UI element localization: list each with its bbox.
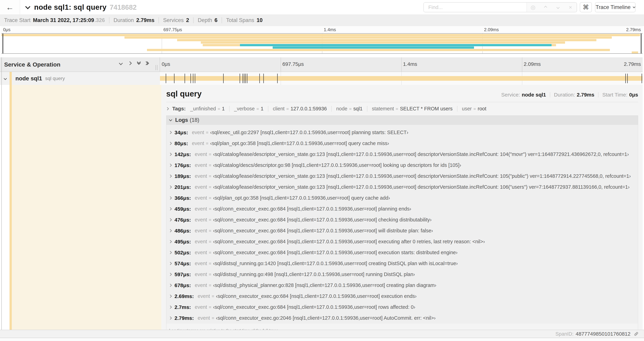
equals-sign: = bbox=[209, 283, 212, 288]
prev-match-button[interactable] bbox=[539, 3, 552, 12]
log-tick-mark bbox=[245, 74, 246, 83]
next-match-button[interactable] bbox=[552, 3, 564, 12]
back-button[interactable]: ← bbox=[0, 0, 20, 15]
column-resize-grip[interactable] bbox=[156, 65, 158, 70]
locate-icon: ◎ bbox=[530, 4, 536, 11]
trace-minimap[interactable] bbox=[2, 33, 642, 54]
log-value: ‹sql/distsql_physical_planner.go:828 [ns… bbox=[213, 282, 436, 288]
span-duration-bar[interactable] bbox=[160, 76, 642, 81]
log-entry-row[interactable]: 495μs: event = ‹sql/conn_executor_exec.g… bbox=[166, 236, 638, 247]
divider bbox=[598, 92, 598, 97]
chevron-right-icon bbox=[168, 218, 172, 221]
trace-id: 7418682 bbox=[110, 4, 136, 11]
tag-value: root bbox=[478, 106, 486, 112]
chevron-right-icon bbox=[168, 131, 172, 134]
chevron-down-icon bbox=[632, 5, 635, 8]
log-entry-row[interactable]: 366μs: event = ‹sql/plan_opt.go:358 [nsq… bbox=[166, 192, 638, 203]
log-value: ‹sql/catalog/lease/descriptor_version_st… bbox=[213, 184, 630, 190]
log-entry-row[interactable]: 574μs: event = ‹sql/distsql_running.go:1… bbox=[166, 258, 638, 269]
log-entry-row[interactable]: 2.7ms: event = ‹sql/conn_executor_exec.g… bbox=[166, 302, 638, 312]
chevron-right-icon bbox=[168, 142, 172, 145]
log-tick-mark bbox=[263, 74, 264, 83]
chevron-up-icon bbox=[544, 6, 547, 9]
log-timestamp: 142μs: bbox=[174, 151, 191, 157]
operation-name: sql query bbox=[45, 76, 65, 81]
collapse-one-icon[interactable] bbox=[119, 61, 123, 65]
tags-accordion[interactable]: Tags: _unfinished = 1 _verbose = 1 clien… bbox=[166, 106, 638, 112]
tag-value: SELECT * FROM users bbox=[400, 106, 452, 112]
log-entry-row[interactable]: 502μs: event = ‹sql/conn_executor_exec.g… bbox=[166, 247, 638, 258]
expand-one-icon[interactable] bbox=[128, 61, 132, 65]
span-row-name-cell[interactable]: node sql1 sql query bbox=[0, 72, 160, 85]
span-id-label: SpanID: bbox=[555, 331, 574, 337]
range-scrubber-left[interactable] bbox=[2, 34, 3, 53]
log-entry-row[interactable]: 2.79ms: event = ‹sql/conn_executor_exec.… bbox=[166, 312, 638, 323]
log-entry-row[interactable]: 189μs: event = ‹sql/catalog/lease/descri… bbox=[166, 171, 638, 182]
log-value: ‹sql/conn_executor_exec.go:684 [nsql1,cl… bbox=[216, 293, 416, 299]
log-entry-row[interactable]: 80μs: event = ‹sql/plan_opt.go:358 [nsql… bbox=[166, 138, 638, 149]
collapse-all-icon[interactable] bbox=[138, 62, 140, 64]
equals-sign: = bbox=[474, 106, 476, 111]
log-entry-row[interactable]: 459μs: event = ‹sql/conn_executor_exec.g… bbox=[166, 203, 638, 214]
span-detail-footer: SpanID: 4877749850101760812 bbox=[0, 330, 644, 338]
log-entry-row[interactable]: 201μs: event = ‹sql/catalog/lease/descri… bbox=[166, 182, 638, 192]
collapse-span-chevron-icon[interactable] bbox=[4, 77, 7, 80]
range-scrubber-right[interactable] bbox=[641, 34, 642, 53]
log-value: ‹sql/conn_executor_exec.go:684 [nsql1,cl… bbox=[213, 239, 485, 244]
log-key: event bbox=[192, 130, 204, 135]
log-entry-row[interactable]: 2.69ms: event = ‹sql/conn_executor_exec.… bbox=[166, 291, 638, 302]
divider bbox=[193, 17, 194, 23]
service-operation-header: Service & Operation bbox=[0, 57, 160, 72]
tag-value: 1 bbox=[261, 106, 264, 112]
log-tick-mark bbox=[190, 74, 191, 83]
view-selector-button[interactable]: Trace Timeline bbox=[595, 2, 636, 12]
log-entry-row[interactable]: 142μs: event = ‹sql/catalog/lease/descri… bbox=[166, 149, 638, 160]
timeline-header-row: Service & Operation 0μs697.75μs1.4ms2.09… bbox=[0, 57, 642, 72]
log-tick-mark bbox=[259, 74, 260, 83]
collapse-trace-chevron-icon[interactable] bbox=[25, 4, 30, 9]
chevron-right-icon bbox=[168, 164, 172, 167]
log-key: event bbox=[195, 239, 207, 244]
span-detail-header: sql query Service: node sql1 Duration: 2… bbox=[166, 88, 638, 98]
deep-link-icon[interactable] bbox=[633, 331, 639, 337]
log-entry-row[interactable]: 486μs: event = ‹sql/conn_executor_exec.g… bbox=[166, 225, 638, 236]
chevron-right-icon bbox=[168, 273, 172, 276]
ruler-tick-label: 2.79ms bbox=[626, 27, 642, 33]
equals-sign: = bbox=[209, 250, 212, 255]
keyboard-shortcuts-button[interactable]: ⌘ bbox=[580, 2, 592, 12]
clear-find-button[interactable]: × bbox=[564, 3, 577, 12]
log-entry-row[interactable]: 176μs: event = ‹sql/catalog/descs/descri… bbox=[166, 160, 638, 171]
minimap-span-bar bbox=[632, 52, 638, 54]
span-row-timeline-cell[interactable] bbox=[160, 72, 642, 85]
log-tick-mark bbox=[242, 74, 243, 83]
log-value: ‹sql/conn_executor_exec.go:684 [nsql1,cl… bbox=[213, 228, 433, 234]
log-value: ‹sql/exec_util.go:2297 [nsql1,client=127… bbox=[210, 130, 408, 135]
equals-sign: = bbox=[396, 106, 398, 111]
tag-item: statement = SELECT * FROM users bbox=[367, 106, 457, 112]
span-row[interactable]: node sql1 sql query bbox=[0, 72, 642, 85]
page-header: ← node sql1: sql query 7418682 ◎ × ⌘ Tra… bbox=[0, 0, 644, 15]
logs-list: 34μs: event = ‹sql/exec_util.go:2297 [ns… bbox=[166, 125, 638, 323]
meta-value: 2.79ms bbox=[136, 17, 154, 23]
log-key: event bbox=[195, 282, 207, 288]
equals-sign: = bbox=[349, 106, 352, 111]
duration-value: 2.79ms bbox=[577, 92, 594, 98]
service-name: node sql1 bbox=[16, 75, 42, 82]
tree-controls bbox=[120, 62, 148, 65]
equals-sign: = bbox=[209, 272, 212, 277]
log-entry-row[interactable]: 34μs: event = ‹sql/exec_util.go:2297 [ns… bbox=[166, 127, 638, 138]
log-entry-row[interactable]: 476μs: event = ‹sql/conn_executor_exec.g… bbox=[166, 214, 638, 225]
log-entry-row[interactable]: 597μs: event = ‹sql/distsql_running.go:4… bbox=[166, 269, 638, 280]
log-entry-row[interactable]: 678μs: event = ‹sql/distsql_physical_pla… bbox=[166, 280, 638, 291]
service-value: node sql1 bbox=[522, 92, 546, 98]
logs-accordion-header[interactable]: Logs (18) bbox=[166, 116, 638, 125]
command-icon: ⌘ bbox=[583, 4, 589, 11]
expand-all-icon[interactable] bbox=[146, 62, 148, 65]
log-timestamp: 574μs: bbox=[174, 261, 191, 266]
log-value: ‹sql/conn_executor_exec.go:684 [nsql1,cl… bbox=[213, 206, 411, 212]
focus-match-button[interactable]: ◎ bbox=[527, 3, 539, 12]
minimap-ruler: 0μs697.75μs1.4ms2.09ms2.79ms bbox=[2, 26, 642, 33]
log-key: event bbox=[195, 173, 207, 179]
find-input[interactable] bbox=[424, 3, 526, 12]
log-timestamp: 2.79ms: bbox=[174, 315, 194, 321]
